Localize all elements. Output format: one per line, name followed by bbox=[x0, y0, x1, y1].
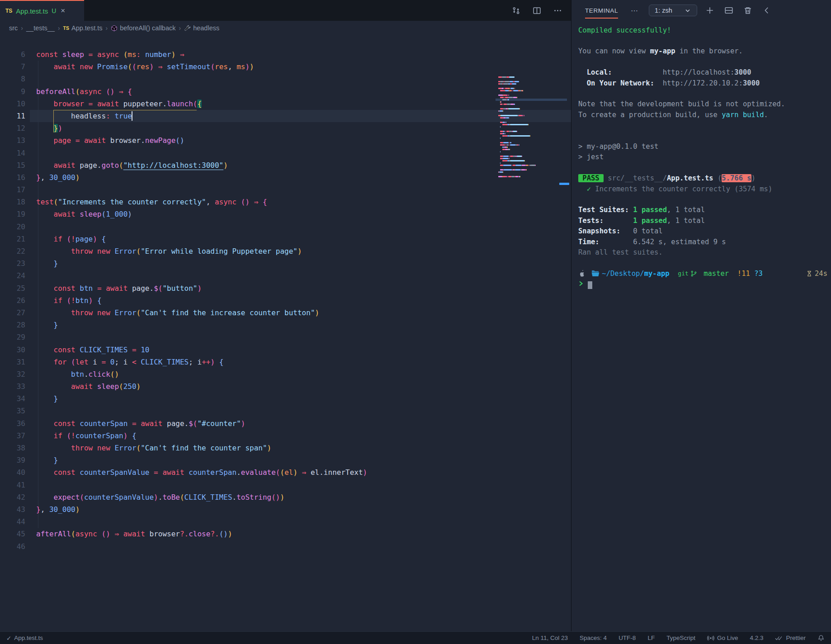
collapse-panel-icon[interactable] bbox=[762, 6, 771, 15]
breadcrumb-separator: › bbox=[58, 24, 60, 32]
folder-icon bbox=[591, 270, 600, 277]
code-line: 26 if (!btn) { bbox=[0, 294, 571, 307]
statusbar-file-label: App.test.ts bbox=[14, 635, 43, 641]
statusbar-right: Ln 11, Col 23Spaces: 4UTF-8LFTypeScriptG… bbox=[532, 635, 825, 642]
split-editor-icon[interactable] bbox=[532, 6, 541, 15]
new-terminal-icon[interactable] bbox=[705, 6, 714, 15]
line-number: 10 bbox=[0, 98, 25, 110]
code-line: 13 page = await browser.newPage() bbox=[0, 134, 571, 147]
minimap-line bbox=[498, 178, 564, 180]
code-line: 44 bbox=[0, 516, 571, 528]
close-icon[interactable]: × bbox=[61, 6, 65, 15]
terminal-line: > jest bbox=[578, 152, 827, 162]
breadcrumb-item[interactable]: __tests__ bbox=[26, 24, 55, 32]
terminal-actions bbox=[705, 6, 771, 15]
tab-label: App.test.ts bbox=[16, 7, 48, 15]
terminal-panel[interactable]: TERMINAL ⋯ 1: zsh Compil bbox=[571, 0, 831, 631]
more-actions-icon[interactable] bbox=[553, 6, 562, 15]
code-line: 33 await sleep(250) bbox=[0, 380, 571, 393]
terminal-line: Snapshots: 0 total bbox=[578, 226, 827, 236]
breadcrumb-item[interactable]: src bbox=[9, 24, 18, 32]
code-line: 43}, 30_000) bbox=[0, 503, 571, 516]
line-number: 15 bbox=[0, 159, 25, 171]
statusbar-item-lf[interactable]: LF bbox=[647, 635, 655, 641]
shell-selector-value: 1: zsh bbox=[655, 7, 672, 14]
statusbar-item-label: Ln 11, Col 23 bbox=[532, 635, 568, 641]
open-changes-icon[interactable] bbox=[511, 6, 520, 15]
minimap[interactable] bbox=[498, 76, 564, 180]
line-number: 36 bbox=[0, 417, 25, 430]
terminal-line bbox=[578, 35, 827, 46]
breadcrumb-separator: › bbox=[106, 24, 108, 32]
line-number: 18 bbox=[0, 196, 25, 208]
code-line: 24 bbox=[0, 270, 571, 282]
terminal-line bbox=[578, 162, 827, 173]
breadcrumb-label: __tests__ bbox=[26, 24, 55, 32]
shell-selector[interactable]: 1: zsh bbox=[649, 5, 697, 16]
statusbar-item-prettier[interactable]: Prettier bbox=[775, 635, 806, 641]
line-number: 42 bbox=[0, 491, 25, 503]
breadcrumb-item[interactable]: beforeAll() callback bbox=[111, 24, 175, 32]
statusbar-item-label: Prettier bbox=[786, 635, 806, 641]
statusbar-item-go-live[interactable]: Go Live bbox=[707, 635, 738, 642]
editor-actions bbox=[511, 0, 562, 21]
terminal-line: Compiled successfully! bbox=[578, 25, 827, 35]
tab-app-test-ts[interactable]: TS App.test.ts U × bbox=[0, 0, 84, 21]
terminal-line: Local: http://localhost:3000 bbox=[578, 67, 827, 78]
statusbar-item-utf-8[interactable]: UTF-8 bbox=[619, 635, 636, 641]
line-number: 35 bbox=[0, 405, 25, 417]
line-number: 30 bbox=[0, 344, 25, 356]
breadcrumb-separator: › bbox=[179, 24, 181, 32]
statusbar-item-spaces-4[interactable]: Spaces: 4 bbox=[580, 635, 607, 641]
statusbar-item-typescript[interactable]: TypeScript bbox=[666, 635, 695, 641]
breadcrumb-item[interactable]: headless bbox=[184, 24, 219, 32]
line-number: 44 bbox=[0, 516, 25, 528]
prompt-chevron-icon bbox=[578, 279, 584, 289]
code-line: 12 }) bbox=[0, 122, 571, 134]
line-number: 24 bbox=[0, 270, 25, 282]
line-number: 29 bbox=[0, 331, 25, 343]
terminal-line: Test Suites: 1 passed, 1 total bbox=[578, 205, 827, 215]
line-number: 43 bbox=[0, 503, 25, 516]
terminal-line: Ran all test suites. bbox=[578, 247, 827, 257]
line-number: 6 bbox=[0, 48, 25, 61]
code-line: 28 } bbox=[0, 319, 571, 331]
code-line: 19 await sleep(1_000) bbox=[0, 208, 571, 220]
line-number: 25 bbox=[0, 282, 25, 294]
modified-badge: U bbox=[52, 7, 56, 14]
statusbar-item-4-2-3[interactable]: 4.2.3 bbox=[750, 635, 763, 641]
terminal-line: > my-app@0.1.0 test bbox=[578, 141, 827, 152]
terminal-line: ✓ Increments the counter correctly (3574… bbox=[578, 184, 827, 194]
code-line: 36 const counterSpan = await page.$("#co… bbox=[0, 417, 571, 430]
code-line: 10 browser = await puppeteer.launch({ bbox=[0, 98, 571, 110]
breadcrumb-item[interactable]: TSApp.test.ts bbox=[63, 24, 103, 32]
terminal-line: PASS src/__tests__/App.test.ts (5.766 s) bbox=[578, 173, 827, 183]
double-check-icon bbox=[775, 635, 783, 641]
terminal-line bbox=[578, 88, 827, 99]
tab-bar: TS App.test.ts U × bbox=[0, 0, 571, 21]
line-number: 12 bbox=[0, 122, 25, 134]
statusbar-item-label: 4.2.3 bbox=[750, 635, 763, 641]
statusbar-item-bell[interactable] bbox=[817, 635, 825, 642]
terminal-line bbox=[578, 279, 827, 289]
statusbar-file-check[interactable]: ✓ App.test.ts bbox=[6, 635, 43, 642]
kill-terminal-icon[interactable] bbox=[743, 6, 752, 15]
tab-terminal[interactable]: TERMINAL bbox=[585, 0, 618, 21]
bell-icon bbox=[817, 635, 825, 642]
terminal-line bbox=[578, 131, 827, 141]
code-line: 41 bbox=[0, 479, 571, 491]
split-terminal-icon[interactable] bbox=[724, 6, 733, 15]
code-line: 21 if (!page) { bbox=[0, 233, 571, 245]
code-line: 7 await new Promise((res) ⇒ setTimeout(r… bbox=[0, 61, 571, 73]
code-line: 34 } bbox=[0, 393, 571, 405]
line-number: 17 bbox=[0, 184, 25, 196]
terminal-line: Tests: 1 passed, 1 total bbox=[578, 215, 827, 226]
terminal-line: You can now view my-app in the browser. bbox=[578, 46, 827, 57]
code-editor[interactable]: 6const sleep = async (ms: number) ⇒7 awa… bbox=[0, 35, 571, 631]
statusbar-item-ln-11-col-23[interactable]: Ln 11, Col 23 bbox=[532, 635, 568, 641]
terminal-more-icon[interactable]: ⋯ bbox=[631, 6, 639, 15]
terminal-line: On Your Network: http://172.20.10.2:3000 bbox=[578, 78, 827, 88]
breadcrumb-label: App.test.ts bbox=[71, 24, 103, 32]
breadcrumb-separator: › bbox=[21, 24, 23, 32]
line-number: 45 bbox=[0, 528, 25, 540]
